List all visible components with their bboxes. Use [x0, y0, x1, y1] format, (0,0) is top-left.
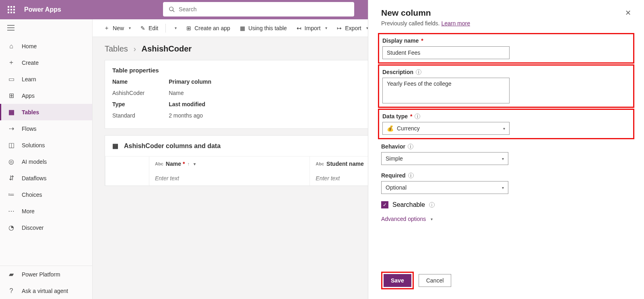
- prop-name-label: Name: [112, 78, 144, 85]
- create-app-button[interactable]: ⊞Create an app: [182, 23, 234, 34]
- home-icon: ⌂: [7, 43, 15, 50]
- search-input[interactable]: [179, 6, 349, 12]
- searchable-checkbox[interactable]: ✓: [381, 201, 388, 208]
- sidebar-item-learn[interactable]: ▭Learn: [0, 71, 92, 87]
- chevron-down-icon: ▾: [175, 26, 177, 30]
- required-select[interactable]: Optional ▾: [381, 181, 508, 194]
- edit-split-button[interactable]: ▾: [169, 23, 181, 33]
- close-icon[interactable]: ✕: [625, 8, 631, 17]
- required-label: Required: [381, 172, 406, 179]
- breadcrumb-root[interactable]: Tables: [105, 44, 128, 53]
- chevron-down-icon: ▾: [194, 162, 196, 166]
- sidebar-item-powerplatform[interactable]: ▰Power Platform: [0, 266, 92, 283]
- edit-icon: ✎: [140, 25, 145, 31]
- prop-primary-label: Primary column: [169, 78, 211, 85]
- text-icon: Abc: [316, 161, 324, 166]
- export-button[interactable]: ↦Export▾: [333, 23, 372, 34]
- info-icon[interactable]: i: [429, 202, 435, 208]
- help-icon: ?: [7, 287, 15, 295]
- info-icon[interactable]: i: [416, 69, 421, 75]
- sidebar-item-tables[interactable]: ▦Tables: [0, 104, 92, 120]
- sidebar-item-label: AI models: [22, 159, 47, 165]
- sidebar-item-home[interactable]: ⌂Home: [0, 38, 92, 54]
- sidebar: ⌂Home ＋Create ▭Learn ⊞Apps ▦Tables ⇢Flow…: [0, 19, 93, 299]
- cancel-button[interactable]: Cancel: [419, 274, 452, 287]
- new-button[interactable]: ＋New▾: [100, 22, 135, 34]
- breadcrumb-current: AshishCoder: [142, 44, 192, 53]
- description-group: Descriptioni: [382, 69, 630, 103]
- chevron-down-icon: ▾: [325, 26, 327, 30]
- description-field[interactable]: [382, 78, 510, 103]
- sidebar-item-create[interactable]: ＋Create: [0, 54, 92, 71]
- display-name-field[interactable]: [382, 46, 510, 59]
- sidebar-item-label: Apps: [22, 93, 35, 99]
- chevron-down-icon: ▾: [502, 157, 504, 161]
- new-column-panel: New column ✕ Previously called fields. L…: [368, 0, 644, 299]
- sidebar-item-label: Dataflows: [22, 175, 46, 181]
- sidebar-item-aimodels[interactable]: ◎AI models: [0, 153, 92, 170]
- prop-type-label: Type: [112, 101, 144, 107]
- save-button[interactable]: Save: [384, 274, 411, 287]
- sidebar-toggle[interactable]: [0, 19, 92, 38]
- required-group: Requiredi Optional ▾: [381, 172, 631, 194]
- text-icon: Abc: [155, 161, 163, 166]
- prop-modified-label: Last modified: [169, 101, 211, 107]
- grid-title: AshishCoder columns and data: [124, 142, 221, 150]
- chevron-down-icon: ▾: [502, 186, 504, 190]
- prop-primary-value: Name: [169, 90, 211, 96]
- searchable-row: ✓ Searchable i: [381, 201, 631, 208]
- display-name-group: Display name*: [382, 37, 630, 59]
- sidebar-item-label: Ask a virtual agent: [22, 288, 68, 294]
- import-button[interactable]: ↤Import▾: [293, 23, 332, 34]
- plus-icon: ＋: [104, 25, 109, 32]
- sidebar-item-ask-agent[interactable]: ?Ask a virtual agent: [0, 283, 92, 299]
- sidebar-item-flows[interactable]: ⇢Flows: [0, 120, 92, 137]
- sidebar-item-more[interactable]: ⋯More: [0, 203, 92, 219]
- more-icon: ⋯: [7, 207, 15, 215]
- panel-subtitle: Previously called fields.: [381, 20, 440, 27]
- behavior-label: Behavior: [381, 143, 405, 150]
- book-icon: ▭: [7, 75, 15, 83]
- info-icon[interactable]: i: [415, 113, 420, 119]
- sidebar-item-label: Flows: [22, 126, 37, 132]
- chevron-down-icon: ▾: [431, 217, 433, 221]
- using-table-button[interactable]: ▦Using this table: [236, 23, 291, 34]
- prop-type-value: Standard: [112, 112, 144, 119]
- app-icon: ⊞: [186, 25, 191, 31]
- sidebar-item-discover[interactable]: ◔Discover: [0, 219, 92, 236]
- advanced-options-toggle[interactable]: Advanced options ▾: [381, 216, 631, 222]
- sidebar-item-apps[interactable]: ⊞Apps: [0, 87, 92, 104]
- info-icon[interactable]: i: [408, 173, 414, 178]
- sidebar-item-label: Home: [22, 43, 37, 49]
- panel-title: New column: [381, 8, 431, 18]
- data-type-select[interactable]: 💰Currency ▾: [382, 122, 510, 135]
- svg-line-1: [173, 10, 174, 12]
- description-label: Description: [382, 69, 413, 75]
- card-title: Table properties: [112, 67, 159, 74]
- search-container: [163, 2, 354, 16]
- behavior-group: Behaviori Simple ▾: [381, 143, 631, 165]
- data-type-group: Data type*i 💰Currency ▾: [382, 113, 630, 135]
- sort-asc-icon: ↑: [187, 161, 190, 166]
- cell-input-name[interactable]: [155, 175, 304, 181]
- learn-more-link[interactable]: Learn more: [441, 20, 470, 27]
- svg-point-0: [169, 7, 173, 10]
- app-launcher-icon[interactable]: [4, 2, 19, 17]
- plus-icon: ＋: [7, 58, 15, 67]
- chevron-down-icon: ▾: [129, 26, 131, 30]
- table-icon: ▦: [112, 142, 118, 150]
- chevron-down-icon: ▾: [503, 126, 505, 131]
- sidebar-item-label: Choices: [22, 192, 42, 198]
- edit-button[interactable]: ✎Edit: [136, 23, 162, 34]
- column-header-name[interactable]: Abc Name* ↑ ▾: [149, 157, 310, 171]
- sidebar-item-dataflows[interactable]: ⇵Dataflows: [0, 170, 92, 186]
- prop-modified-value: 2 months ago: [169, 112, 211, 119]
- sidebar-item-choices[interactable]: ≔Choices: [0, 186, 92, 203]
- sidebar-item-solutions[interactable]: ◫Solutions: [0, 137, 92, 153]
- info-icon[interactable]: i: [408, 144, 413, 149]
- flow-icon: ⇢: [7, 125, 15, 132]
- sidebar-item-label: Create: [22, 60, 39, 66]
- behavior-select[interactable]: Simple ▾: [381, 152, 508, 165]
- solution-icon: ◫: [7, 141, 15, 149]
- sidebar-item-label: Discover: [22, 225, 43, 231]
